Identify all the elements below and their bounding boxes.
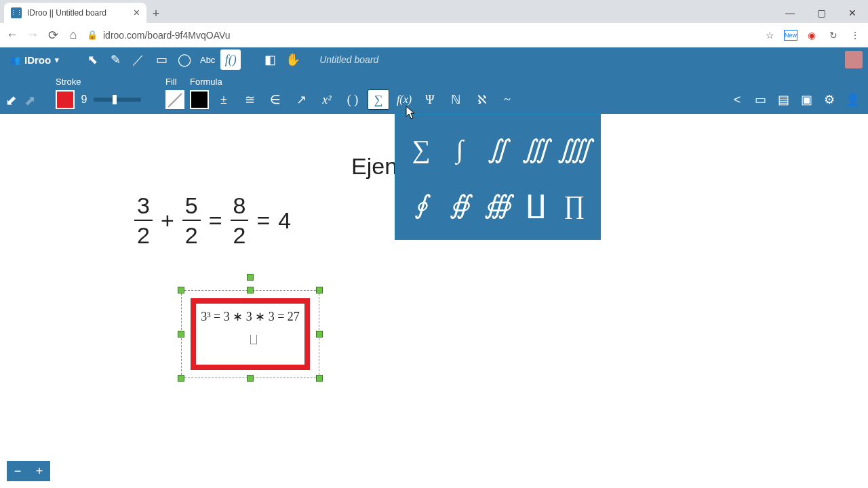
select-tool[interactable]: ⬉ bbox=[82, 49, 102, 70]
panel-quad-integral-button[interactable]: ⨌ bbox=[557, 123, 592, 176]
eraser-tool[interactable]: ◧ bbox=[260, 49, 280, 70]
formula-sigma-panel: ∑ ∫ ∬ ∭ ⨌ ∮ ∯ ∰ ∐ ∏ bbox=[395, 114, 601, 240]
panel-double-integral-button[interactable]: ∬ bbox=[480, 123, 515, 176]
panel-integral-button[interactable]: ∫ bbox=[441, 123, 477, 176]
sub-toolbar: ⬋ ⬈ Stroke 9 Fill Formula ± ≅ ∈ ↗ x² ( )… bbox=[0, 72, 868, 114]
brand-label: IDroo bbox=[24, 54, 51, 66]
eq-op1: = bbox=[208, 207, 224, 234]
browser-tabbar: ⋮⋮ IDroo || Untitled board × + — ▢ ✕ bbox=[0, 0, 868, 23]
result-four: 4 bbox=[278, 207, 291, 234]
tab-close-icon[interactable]: × bbox=[134, 7, 140, 18]
zoom-out-button[interactable]: − bbox=[7, 461, 28, 481]
resize-handle-l[interactable] bbox=[178, 331, 184, 338]
tab-title: IDroo || Untitled board bbox=[27, 8, 106, 18]
formula-fx-button[interactable]: f(x) bbox=[393, 89, 415, 110]
stroke-label: Stroke bbox=[56, 77, 141, 87]
eq-op2: = bbox=[255, 207, 271, 234]
formula-color-swatch[interactable] bbox=[190, 90, 209, 109]
formula-natural-button[interactable]: ℕ bbox=[445, 89, 467, 110]
resize-handle-br[interactable] bbox=[316, 375, 323, 382]
formula-congruent-button[interactable]: ≅ bbox=[239, 89, 260, 110]
user-button[interactable]: 👤 bbox=[842, 89, 863, 110]
line-tool[interactable]: ／ bbox=[128, 49, 149, 70]
panel-contour-integral-button[interactable]: ∮ bbox=[403, 178, 439, 231]
browser-tab[interactable]: ⋮⋮ IDroo || Untitled board × bbox=[4, 3, 146, 23]
formula-label: Formula bbox=[190, 77, 518, 87]
chat-button[interactable]: ▭ bbox=[750, 89, 770, 110]
formula-plusminus-button[interactable]: ± bbox=[213, 89, 235, 110]
frac1-num: 3 bbox=[134, 194, 153, 217]
formula-sigma-button[interactable]: ∑ bbox=[368, 89, 389, 110]
frac2-num: 5 bbox=[182, 194, 201, 217]
formula-arrow-button[interactable]: ↗ bbox=[290, 89, 312, 110]
panel-surface-integral-button[interactable]: ∯ bbox=[441, 178, 477, 231]
nav-back-button[interactable]: ← bbox=[5, 28, 19, 42]
settings-button[interactable]: ⚙ bbox=[819, 89, 840, 110]
new-tab-button[interactable]: + bbox=[146, 4, 165, 23]
resize-handle-t[interactable] bbox=[247, 287, 254, 293]
enter-fullscreen-icon[interactable]: ⬈ bbox=[24, 92, 36, 108]
resize-handle-bl[interactable] bbox=[178, 375, 184, 382]
panel-coproduct-button[interactable]: ∐ bbox=[518, 178, 553, 231]
stroke-color-swatch[interactable] bbox=[56, 90, 75, 109]
fill-color-swatch[interactable] bbox=[165, 90, 184, 109]
favicon-icon: ⋮⋮ bbox=[11, 7, 22, 18]
canvas-text-ejen: Ejen bbox=[351, 153, 397, 180]
rectangle-tool[interactable]: ▭ bbox=[151, 49, 172, 70]
stroke-width-value: 9 bbox=[79, 94, 90, 106]
nav-reload-button[interactable]: ⟳ bbox=[46, 28, 60, 42]
frac3-den: 2 bbox=[231, 224, 249, 247]
extension-shield-icon[interactable]: ◉ bbox=[804, 28, 819, 43]
formula-paren-button[interactable]: ( ) bbox=[342, 89, 363, 110]
share-button[interactable]: < bbox=[727, 89, 747, 110]
stroke-width-slider[interactable] bbox=[94, 98, 141, 102]
nav-forward-button[interactable]: → bbox=[26, 28, 39, 42]
formula-psi-button[interactable]: Ψ bbox=[419, 89, 441, 110]
zoom-control: − + bbox=[7, 461, 50, 481]
exit-fullscreen-icon[interactable]: ⬋ bbox=[5, 92, 17, 108]
window-close-button[interactable]: ✕ bbox=[837, 3, 868, 23]
ellipse-tool[interactable]: ◯ bbox=[174, 49, 195, 70]
panel-product-button[interactable]: ∏ bbox=[557, 178, 592, 231]
brand-menu[interactable]: 👥 IDroo ▾ bbox=[5, 54, 63, 66]
formula-aleph-button[interactable]: ℵ bbox=[471, 89, 492, 110]
panel-triple-integral-button[interactable]: ∭ bbox=[518, 123, 553, 176]
pencil-tool[interactable]: ✎ bbox=[105, 49, 125, 70]
url-text: idroo.com/board-9f4MvqOAVu bbox=[103, 30, 231, 41]
red-rectangle-shape[interactable]: 3³ = 3 ∗ 3 ∗ 3 = 27 bbox=[191, 298, 310, 370]
formula-tool[interactable]: f() bbox=[220, 49, 241, 70]
extension-sync-icon[interactable]: ↻ bbox=[826, 28, 841, 43]
rotation-handle[interactable] bbox=[247, 274, 254, 281]
selection-box[interactable]: 3³ = 3 ∗ 3 ∗ 3 = 27 bbox=[181, 290, 319, 378]
pan-tool[interactable]: ✋ bbox=[283, 49, 303, 70]
formula-elementof-button[interactable]: ∈ bbox=[264, 89, 286, 110]
lock-icon: 🔒 bbox=[87, 30, 98, 40]
browser-addressbar: ← → ⟳ ⌂ 🔒 idroo.com/board-9f4MvqOAVu ☆ N… bbox=[0, 23, 868, 47]
extension-new-icon[interactable]: New bbox=[784, 30, 797, 41]
panel-volume-integral-button[interactable]: ∰ bbox=[480, 178, 515, 231]
formula-tilde-button[interactable]: ~ bbox=[496, 89, 518, 110]
chevron-down-icon: ▾ bbox=[55, 56, 59, 64]
zoom-in-button[interactable]: + bbox=[28, 461, 50, 481]
resize-handle-r[interactable] bbox=[316, 331, 323, 338]
url-field[interactable]: 🔒 idroo.com/board-9f4MvqOAVu bbox=[87, 30, 755, 41]
window-minimize-button[interactable]: — bbox=[774, 3, 806, 23]
panel-sum-button[interactable]: ∑ bbox=[403, 123, 439, 176]
frac3-num: 8 bbox=[231, 194, 249, 217]
text-tool[interactable]: Abc bbox=[197, 49, 218, 70]
resize-handle-tr[interactable] bbox=[316, 287, 323, 293]
browser-menu-button[interactable]: ⋮ bbox=[848, 28, 863, 43]
frac2-den: 2 bbox=[182, 224, 201, 247]
document-button[interactable]: ▤ bbox=[773, 89, 793, 110]
nav-home-button[interactable]: ⌂ bbox=[66, 28, 80, 42]
user-avatar[interactable] bbox=[845, 51, 863, 68]
frac1-den: 2 bbox=[134, 224, 153, 247]
text-caret-icon bbox=[250, 335, 257, 344]
bookmark-star-icon[interactable]: ☆ bbox=[762, 28, 777, 43]
resize-handle-b[interactable] bbox=[247, 375, 254, 382]
window-maximize-button[interactable]: ▢ bbox=[806, 3, 837, 23]
resize-handle-tl[interactable] bbox=[178, 287, 184, 293]
formula-x2-button[interactable]: x² bbox=[316, 89, 338, 110]
board-name[interactable]: Untitled board bbox=[319, 54, 378, 65]
image-button[interactable]: ▣ bbox=[796, 89, 816, 110]
